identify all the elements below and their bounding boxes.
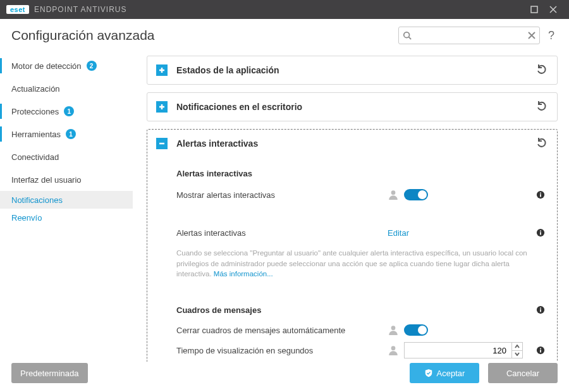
svg-rect-4 [540,194,541,197]
sidebar-item-label: Actualización [11,84,60,94]
cancel-button[interactable]: Cancelar [488,363,558,383]
search-field[interactable] [398,27,540,44]
sidebar: Motor de detección 2 Actualización Prote… [0,52,133,362]
card-header-interactive-alerts[interactable]: Alertas interactivas [147,130,557,157]
expand-icon [156,101,168,113]
brand-logo: eset [6,5,29,14]
window-close-button[interactable] [544,0,563,19]
section-heading-message-boxes: Cuadros de mensajes [176,305,388,315]
sidebar-badge: 2 [87,61,97,71]
svg-rect-7 [540,232,541,235]
row-interactive-alerts-edit: Alertas interactivas Editar [176,223,548,243]
svg-rect-8 [540,231,541,232]
card-app-states: Estados de la aplicación [147,56,558,85]
expand-icon [156,64,168,76]
collapse-icon [156,138,168,149]
sidebar-sub-forwarding[interactable]: Reenvío [0,209,133,226]
setting-label: Mostrar alertas interactivas [176,190,388,200]
sidebar-item-label: Protecciones [11,107,59,116]
setting-label: Cerrar cuadros de mensajes automáticamen… [176,326,388,335]
svg-point-12 [391,326,396,330]
card-title: Notificaciones en el escritorio [176,102,535,112]
search-icon [403,31,412,40]
row-close-msg-boxes-auto: Cerrar cuadros de mensajes automáticamen… [176,320,548,340]
row-message-boxes-heading: Cuadros de mensajes [176,300,548,320]
toggle-show-interactive-alerts[interactable] [404,189,428,200]
sidebar-item-detection-engine[interactable]: Motor de detección 2 [0,54,133,77]
card-title: Alertas interactivas [176,138,535,149]
svg-rect-5 [540,193,541,194]
shield-icon [424,369,433,377]
titlebar: eset ENDPOINT ANTIVIRUS [0,0,569,19]
ok-button[interactable]: Aceptar [410,363,479,383]
sidebar-item-label: Notificaciones [11,195,63,205]
card-interactive-alerts: Alertas interactivas Alertas interactiva… [147,129,558,362]
svg-rect-15 [540,350,541,352]
card-body: Alertas interactivas Mostrar alertas int… [147,157,557,362]
product-name: ENDPOINT ANTIVIRUS [34,5,126,14]
sidebar-item-label: Interfaz del usuario [11,175,82,185]
sidebar-item-connectivity[interactable]: Conectividad [0,145,133,168]
sidebar-item-user-interface[interactable]: Interfaz del usuario [0,168,133,191]
svg-rect-16 [540,348,541,350]
setting-label: Alertas interactivas [176,228,388,238]
sidebar-item-protections[interactable]: Protecciones 1 [0,100,133,123]
info-button[interactable] [533,190,548,199]
svg-point-2 [391,190,396,195]
sidebar-badge: 1 [66,129,76,139]
sidebar-item-label: Conectividad [11,152,59,162]
row-show-interactive-alerts: Mostrar alertas interactivas [176,185,548,205]
window-maximize-button[interactable] [525,0,544,19]
sidebar-item-update[interactable]: Actualización [0,77,133,100]
info-button[interactable] [533,346,548,355]
revert-button[interactable] [535,64,548,77]
search-input[interactable] [399,31,539,40]
sidebar-item-label: Reenvío [11,213,42,223]
sidebar-badge: 1 [64,106,74,116]
more-info-link[interactable]: Más información... [214,270,273,278]
sidebar-sub-notifications[interactable]: Notificaciones [0,191,133,209]
toggle-close-msg-boxes-auto[interactable] [404,324,428,336]
edit-interactive-alerts-link[interactable]: Editar [388,228,409,238]
svg-point-13 [391,346,396,350]
revert-button[interactable] [535,101,548,113]
main-panel: Estados de la aplicación Notificaciones … [133,52,569,362]
page-title: Configuración avanzada [11,28,155,43]
clear-search-icon[interactable] [528,32,535,39]
card-title: Estados de la aplicación [176,65,535,75]
default-button[interactable]: Predeterminada [11,363,88,383]
sidebar-item-label: Herramientas [11,130,61,139]
footer: Predeterminada Aceptar Cancelar [0,354,569,392]
header: Configuración avanzada ? [0,19,569,52]
spin-up-button[interactable] [512,343,522,351]
help-button[interactable]: ? [545,29,558,42]
section-heading-interactive-alerts: Alertas interactivas [176,169,548,178]
svg-rect-10 [540,309,541,312]
svg-rect-0 [531,6,537,13]
card-desktop-notifications: Notificaciones en el escritorio [147,92,558,121]
info-button[interactable] [533,305,548,314]
sidebar-item-tools[interactable]: Herramientas 1 [0,123,133,145]
sidebar-item-label: Motor de detección [11,61,82,71]
setting-description: Cuando se selecciona "Preguntar al usuar… [176,248,537,279]
info-button[interactable] [533,228,548,237]
svg-point-1 [404,32,410,38]
policy-icon [388,189,399,200]
svg-rect-11 [540,308,541,309]
revert-button[interactable] [535,137,548,150]
card-header-app-states[interactable]: Estados de la aplicación [147,56,557,84]
policy-icon [388,324,399,336]
card-header-desktop-notifications[interactable]: Notificaciones en el escritorio [147,93,557,121]
